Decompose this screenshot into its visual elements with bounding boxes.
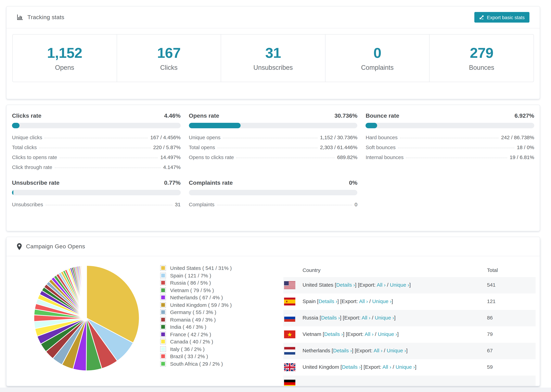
summary-value: 31 xyxy=(265,45,281,61)
legend-item: United Kingdom ( 59 / 3% ) xyxy=(160,301,232,308)
bounce-rate-title: Bounce rate xyxy=(366,112,399,119)
unsubscribe-rate-value: 0.77% xyxy=(164,180,181,186)
export-unique-link[interactable]: Unique › xyxy=(378,331,397,337)
rate-stat-label: Hard bounces xyxy=(366,134,398,140)
country-name: Vietnam xyxy=(303,331,323,337)
details-link[interactable]: Details › xyxy=(342,364,361,370)
details-link[interactable]: Details › xyxy=(324,331,343,337)
geo-country-cell: United Kingdom [Details ›] [Export: All … xyxy=(303,364,416,370)
geo-total-cell: 121 xyxy=(487,298,495,304)
clicks-rate-title: Clicks rate xyxy=(12,112,42,119)
rate-stat-value: 1,152 / 30.736% xyxy=(320,134,357,140)
legend-label: Russia ( 86 / 5% ) xyxy=(170,280,211,286)
rate-stat-label: Complaints xyxy=(189,202,214,207)
export-unique-link[interactable]: Unique › xyxy=(375,315,394,321)
summary-value: 279 xyxy=(470,45,493,61)
export-unique-link[interactable]: Unique › xyxy=(372,298,391,304)
rate-stat-value: 167 / 4.456% xyxy=(150,134,181,140)
dotted-leader xyxy=(46,205,172,205)
complaints-rate-block: Complaints rate0%Complaints0 xyxy=(189,180,357,211)
geo-table-row: United Kingdom [Details ›] [Export: All … xyxy=(283,359,536,376)
details-link[interactable]: Details › xyxy=(321,315,340,321)
rate-stat-value: 2,303 / 61.446% xyxy=(320,144,357,150)
map-pin-icon xyxy=(17,243,22,250)
export-all-link[interactable]: All › xyxy=(361,315,370,321)
bar-chart-icon xyxy=(17,14,23,21)
unsubscribe-rate-title: Unsubscribe rate xyxy=(12,180,60,186)
summary-value: 1,152 xyxy=(47,45,82,61)
bounce-rate-block: Bounce rate6.927%Hard bounces242 / 86.73… xyxy=(366,112,534,174)
unsubscribe-rate-rows: Unsubscribes31 xyxy=(12,202,181,211)
rate-stat-label: Soft bounces xyxy=(366,144,396,150)
details-link[interactable]: Details › xyxy=(336,282,355,288)
geo-table-row: United States [Details ›] [Export: All ›… xyxy=(283,277,536,294)
export-basic-stats-button[interactable]: Export basic stats xyxy=(474,12,530,23)
export-all-link[interactable]: All › xyxy=(374,348,382,353)
legend-swatch-icon xyxy=(160,309,166,315)
de-flag-icon xyxy=(284,380,295,386)
geo-table-header-total: Total xyxy=(487,267,498,273)
summary-cell-clicks: 167Clicks xyxy=(117,35,221,82)
legend-swatch-icon xyxy=(160,361,166,367)
legend-swatch-icon xyxy=(160,287,166,293)
geo-total-cell: 541 xyxy=(487,282,495,288)
geo-table-row: Vietnam [Details ›] [Export: All › / Uni… xyxy=(283,326,536,343)
opens-rate-progressbar xyxy=(189,123,357,128)
country-name: Netherlands xyxy=(303,348,332,353)
export-unique-link[interactable]: Unique › xyxy=(390,282,409,288)
legend-swatch-icon xyxy=(160,354,166,359)
rate-stat-label: Total clicks xyxy=(12,144,37,150)
rate-stat-row: Unique opens1,152 / 30.736% xyxy=(189,134,357,144)
gb-flag-icon xyxy=(284,363,295,371)
clicks-rate-block: Clicks rate4.46%Unique clicks167 / 4.456… xyxy=(12,112,181,174)
legend-label: United States ( 541 / 31% ) xyxy=(170,265,232,271)
details-link[interactable]: Details › xyxy=(318,298,337,304)
campaign-geo-opens-title: Campaign Geo Opens xyxy=(26,243,85,250)
summary-label: Bounces xyxy=(469,64,494,71)
legend-swatch-icon xyxy=(160,317,166,322)
geo-body: United States ( 541 / 31% )Spain ( 121 /… xyxy=(7,256,540,386)
summary-cell-opens: 1,152Opens xyxy=(13,35,117,82)
export-all-link[interactable]: All › xyxy=(382,364,391,370)
geo-country-cell: Netherlands [Details ›] [Export: All › /… xyxy=(303,348,408,353)
bounce-rate-value: 6.927% xyxy=(515,112,534,119)
campaign-geo-opens-header: Campaign Geo Opens xyxy=(7,237,540,256)
rate-stat-row: Hard bounces242 / 86.738% xyxy=(366,134,534,144)
clicks-rate-heading: Clicks rate4.46% xyxy=(12,112,181,119)
unsubscribe-rate-progress-fill xyxy=(12,190,13,195)
legend-swatch-icon xyxy=(160,324,166,330)
export-unique-link[interactable]: Unique › xyxy=(387,348,406,353)
export-all-link[interactable]: All › xyxy=(359,298,368,304)
summary-value: 0 xyxy=(373,45,381,61)
complaints-rate-value: 0% xyxy=(349,180,357,186)
rate-stat-label: Clicks to opens rate xyxy=(12,154,57,160)
dotted-leader xyxy=(45,138,148,138)
country-name: Russia xyxy=(303,315,320,321)
rate-stat-row: Unique clicks167 / 4.456% xyxy=(12,134,181,144)
details-link[interactable]: Details › xyxy=(333,348,352,353)
legend-swatch-icon xyxy=(160,339,166,345)
geo-total-cell: 59 xyxy=(487,364,493,370)
legend-label: Netherlands ( 67 / 4% ) xyxy=(170,295,223,301)
legend-label: South Africa ( 29 / 2% ) xyxy=(170,361,223,367)
clicks-rate-progress-fill xyxy=(12,123,20,128)
export-all-link[interactable]: All › xyxy=(377,282,386,288)
opens-rate-value: 30.736% xyxy=(334,112,357,119)
legend-label: India ( 46 / 3% ) xyxy=(170,324,206,330)
summary-label: Opens xyxy=(55,64,74,71)
export-button-label: Export basic stats xyxy=(487,14,525,20)
legend-item: Italy ( 36 / 2% ) xyxy=(160,345,232,353)
country-name: United States xyxy=(303,282,335,288)
export-unique-link[interactable]: Unique › xyxy=(396,364,415,370)
tracking-stats-title: Tracking stats xyxy=(27,14,64,21)
geo-pie-legend: United States ( 541 / 31% )Spain ( 121 /… xyxy=(160,264,232,367)
geo-opens-pie-chart[interactable] xyxy=(32,263,141,373)
rate-stat-value: 14.497% xyxy=(160,154,181,160)
legend-label: France ( 42 / 2% ) xyxy=(170,331,211,337)
geo-country-cell: United States [Details ›] [Export: All ›… xyxy=(303,282,411,288)
legend-label: Canada ( 40 / 2% ) xyxy=(170,339,213,345)
geo-table-row: Spain [Details ›] [Export: All › / Uniqu… xyxy=(283,294,536,310)
geo-table-row: Netherlands [Details ›] [Export: All › /… xyxy=(283,343,536,359)
rate-stat-row: Total clicks220 / 5.87% xyxy=(12,144,181,154)
export-all-link[interactable]: All › xyxy=(365,331,374,337)
